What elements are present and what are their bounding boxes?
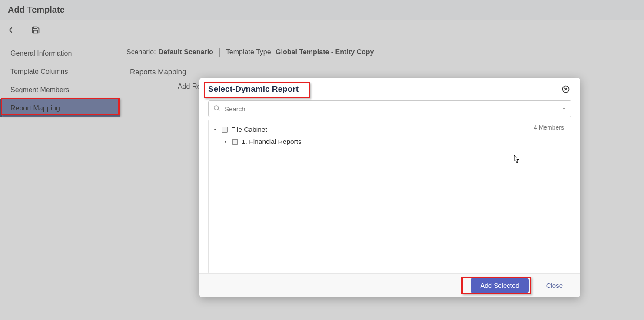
search-field[interactable] — [208, 100, 571, 117]
chevron-down-icon[interactable] — [561, 105, 567, 113]
sidebar-item-general-information[interactable]: General Information — [0, 44, 120, 63]
close-button[interactable]: Close — [544, 281, 565, 290]
sidebar-item-label: Segment Members — [10, 86, 69, 94]
sidebar-item-template-columns[interactable]: Template Columns — [0, 63, 120, 81]
tree-row-label: File Cabinet — [231, 126, 267, 133]
checkbox[interactable] — [232, 139, 238, 145]
tree-row-label: 1. Financial Reports — [242, 138, 302, 146]
checkbox[interactable] — [222, 127, 228, 133]
modal-close-button[interactable] — [561, 84, 571, 94]
section-title: Reports Mapping — [130, 68, 638, 77]
add-selected-button[interactable]: Add Selected — [471, 278, 528, 293]
back-icon[interactable] — [8, 25, 17, 35]
tree-row-financial-reports[interactable]: 1. Financial Reports — [210, 136, 567, 148]
tree-row-file-cabinet[interactable]: File Cabinet — [210, 123, 567, 136]
tree-panel: 4 Members File Cabinet 1. Financial Repo… — [208, 120, 571, 273]
sidebar-item-segment-members[interactable]: Segment Members — [0, 81, 120, 99]
sidebar-item-report-mapping[interactable]: Report Mapping — [0, 99, 120, 117]
page-header: Add Template — [0, 0, 644, 20]
separator — [219, 48, 220, 57]
sidebar: General Information Template Columns Seg… — [0, 40, 120, 320]
page-title: Add Template — [8, 5, 65, 15]
sidebar-item-label: Report Mapping — [10, 104, 60, 112]
save-icon[interactable] — [31, 26, 40, 34]
svg-line-5 — [218, 109, 219, 111]
template-type-value: Global Template - Entity Copy — [276, 48, 374, 56]
scenario-value: Default Scenario — [159, 48, 213, 56]
member-count: 4 Members — [534, 124, 564, 131]
svg-point-4 — [214, 106, 219, 110]
meta-row: Scenario: Default Scenario Template Type… — [126, 48, 638, 57]
sidebar-item-label: General Information — [10, 50, 72, 57]
scenario-label: Scenario: — [126, 48, 156, 56]
toolbar — [0, 20, 644, 40]
chevron-right-icon[interactable] — [222, 140, 229, 144]
template-type-label: Template Type: — [226, 48, 273, 56]
sidebar-item-label: Template Columns — [10, 68, 68, 76]
modal-footer: Add Selected Close — [199, 273, 580, 297]
chevron-down-icon[interactable] — [212, 127, 218, 132]
search-icon — [213, 104, 220, 113]
search-input[interactable] — [224, 105, 559, 113]
select-dynamic-report-modal: Select-Dynamic Report 4 Members File Cab… — [199, 78, 580, 297]
modal-title: Select-Dynamic Report — [208, 84, 299, 94]
